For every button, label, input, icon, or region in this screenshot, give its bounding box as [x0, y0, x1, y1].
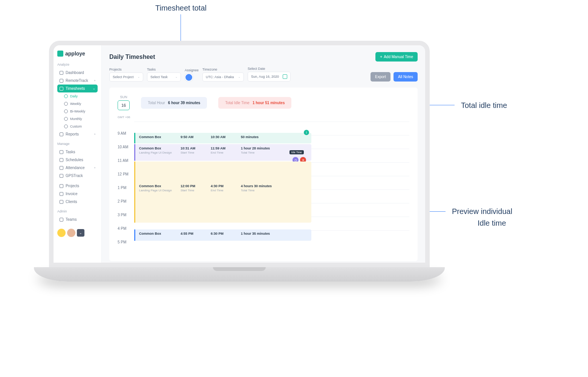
nav-monthly[interactable]: Monthly — [57, 115, 98, 123]
total-idle-label: Total Idle Time — [225, 101, 249, 105]
event-duration: 1 hour 28 minutes — [241, 146, 308, 150]
hour-label: 9 AM — [118, 131, 134, 145]
nav-invoice[interactable]: Invoice — [57, 190, 98, 198]
main-content: Daily Timesheet +Add Manual Time Project… — [102, 45, 425, 263]
timesheet-icon — [60, 87, 63, 91]
clients-icon — [60, 200, 63, 204]
event-start: 12:00 PM — [181, 184, 207, 188]
dashboard-icon — [60, 71, 63, 75]
nav-biweekly[interactable]: Bi-Weekly — [57, 108, 98, 115]
dot-icon — [64, 94, 68, 98]
event-project: Common Box — [139, 184, 177, 188]
assignee-avatar[interactable] — [185, 73, 193, 82]
event-duration: 1 hour 35 minutes — [241, 232, 308, 235]
start-label: Start Time — [181, 189, 207, 192]
total-hour-value: 6 hour 39 minutes — [168, 101, 201, 105]
nav-attendance[interactable]: Attendance› — [57, 164, 98, 172]
nav-teams[interactable]: Teams — [57, 215, 98, 223]
event-task: Landing Page UI Design — [139, 151, 177, 154]
gps-icon — [60, 174, 63, 178]
hour-label: 12 PM — [118, 172, 134, 186]
page-title: Daily Timesheet — [109, 54, 155, 60]
date-picker[interactable]: Sun, Aug 16, 2020 — [248, 72, 291, 82]
event-task: Landing Page UI Design — [139, 189, 177, 192]
nav-tasks[interactable]: Tasks — [57, 148, 98, 156]
dot-icon — [64, 125, 68, 128]
nav-reports[interactable]: Reports› — [57, 130, 98, 138]
sidebar: apploye Analyze Dashboard RemoteTrack› T… — [54, 45, 102, 263]
event-project: Common Box — [139, 135, 177, 139]
chevron-down-icon: ⌄ — [175, 75, 178, 78]
nav-timesheets[interactable]: Timesheets⌄ — [57, 85, 98, 92]
filters-row: Projects Select Project⌄ Tasks Select Ta… — [109, 67, 418, 82]
event-end: 11:59 AM — [211, 146, 237, 150]
day-indicator: SUN 16 — [118, 95, 130, 110]
hour-label: 2 PM — [118, 199, 134, 213]
timezone-offset: GMT +06 — [118, 115, 134, 129]
track-icon — [60, 79, 63, 83]
all-notes-button[interactable]: All Notes — [394, 72, 418, 82]
event-block-4[interactable]: Common Box 4:55 PM 6:30 PM 1 hour 35 min… — [134, 229, 311, 241]
assignee-label: Assignee — [185, 68, 199, 72]
hour-label: 5 PM — [118, 240, 134, 254]
plus-icon: + — [380, 55, 382, 59]
timesheet-card: SUN 16 Total Hour 6 hour 39 minutes Tota… — [109, 88, 418, 261]
tasks-label: Tasks — [147, 68, 181, 71]
timezone-select[interactable]: UTC: Asia - Dhaka⌄ — [202, 72, 244, 82]
section-manage: Manage — [57, 142, 98, 146]
projects-label: Projects — [109, 68, 143, 71]
nav-weekly[interactable]: Weekly — [57, 100, 98, 108]
end-label: End Time — [211, 189, 237, 192]
nav-remotetrack[interactable]: RemoteTrack› — [57, 77, 98, 85]
filter-tasks: Tasks Select Task⌄ — [147, 68, 181, 82]
dot-icon — [64, 109, 68, 113]
event-block-1[interactable]: i Common Box 9:50 AM 10:30 AM 50 minutes — [134, 133, 311, 143]
chevron-right-icon: › — [94, 79, 95, 82]
tasks-icon — [60, 150, 63, 154]
dot-icon — [64, 117, 68, 121]
export-button[interactable]: Export — [371, 72, 390, 82]
laptop-notch — [213, 267, 266, 271]
laptop-base — [34, 267, 445, 282]
avatar[interactable] — [57, 229, 66, 237]
add-manual-time-button[interactable]: +Add Manual Time — [375, 52, 418, 62]
nav-custom[interactable]: Custom — [57, 123, 98, 130]
logo-text: apploye — [65, 51, 85, 57]
event-project: Common Box — [139, 232, 177, 235]
start-label: Start Time — [181, 151, 207, 154]
projects-select[interactable]: Select Project⌄ — [109, 72, 143, 82]
total-idle-pill: Total Idle Time 1 hour 51 minutes — [218, 97, 291, 109]
event-duration: 50 minutes — [241, 135, 308, 139]
tasks-select[interactable]: Select Task⌄ — [147, 72, 181, 82]
nav-projects[interactable]: Projects — [57, 182, 98, 190]
hour-label: 10 AM — [118, 145, 134, 158]
nav-gpstrack[interactable]: GPSTrack — [57, 172, 98, 180]
end-label: End Time — [211, 151, 237, 154]
calendar-icon — [283, 74, 287, 79]
event-end: 6:30 PM — [211, 232, 237, 235]
chevron-right-icon: › — [94, 166, 95, 169]
nav-clients[interactable]: Clients — [57, 198, 98, 206]
event-start: 4:55 PM — [181, 232, 207, 235]
filter-timezone: Timezone UTC: Asia - Dhaka⌄ — [202, 68, 244, 82]
section-analyze: Analyze — [57, 63, 98, 66]
avatar-more-button[interactable]: ⌄ — [77, 229, 84, 237]
hour-label: 3 PM — [118, 213, 134, 226]
nav-schedules[interactable]: Schedules — [57, 156, 98, 164]
footer-avatars: ⌄ — [57, 229, 98, 237]
info-icon[interactable]: i — [304, 130, 309, 135]
avatar[interactable] — [67, 229, 75, 237]
nav-daily[interactable]: Daily — [57, 92, 98, 100]
schedules-icon — [60, 158, 63, 162]
nav-dashboard[interactable]: Dashboard — [57, 69, 98, 77]
event-block-2[interactable]: Common Box 10:31 AM 11:59 AM 1 hour 28 m… — [134, 144, 311, 161]
timezone-label: Timezone — [202, 68, 244, 71]
event-project: Common Box — [139, 146, 177, 150]
filter-assignee: Assignee — [185, 68, 199, 82]
event-block-3[interactable]: Common Box 12:00 PM 4:30 PM 4 hours 30 m… — [134, 162, 311, 223]
total-label: Total Time — [241, 189, 308, 192]
event-duration: 4 hours 30 minutes — [241, 184, 308, 188]
total-idle-value: 1 hour 51 minutes — [253, 101, 285, 105]
day-name: SUN — [118, 95, 130, 99]
header-actions: Export All Notes — [371, 72, 418, 82]
